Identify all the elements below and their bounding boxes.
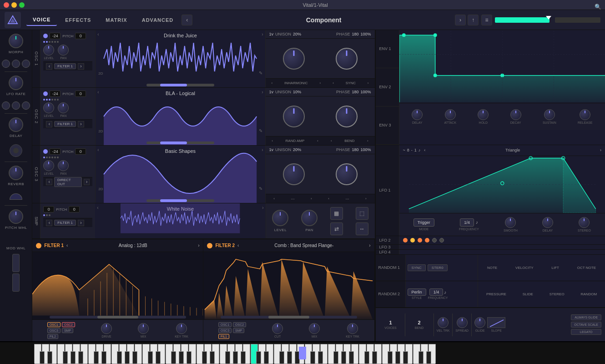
filter2-smp-btn[interactable]: SMP xyxy=(233,328,244,333)
lfo2-dot4[interactable] xyxy=(425,238,429,243)
osc2-enable[interactable] xyxy=(43,91,48,96)
osc1-level-knob[interactable] xyxy=(43,45,54,56)
filter1-keytrk-knob[interactable] xyxy=(176,323,187,334)
smp-filter[interactable]: FILTER 1 xyxy=(54,220,76,226)
filter2-osc3-btn[interactable]: OSC3 xyxy=(218,328,232,333)
lfo1-stereo-knob[interactable] xyxy=(579,217,590,228)
smp-fine[interactable]: 0 xyxy=(69,206,80,212)
piano-key-black-43[interactable] xyxy=(372,351,377,364)
piano-key-black-29[interactable] xyxy=(264,351,269,364)
piano-key-black-5[interactable] xyxy=(78,351,83,364)
glide-knob[interactable] xyxy=(474,317,485,328)
osc2-mode-prev[interactable]: ‹ xyxy=(272,139,273,143)
osc2-sync-next[interactable]: › xyxy=(367,139,368,143)
tab-voice[interactable]: VOICE xyxy=(26,14,57,26)
smp-filter-next[interactable]: › xyxy=(78,220,84,226)
osc3-mode-next[interactable]: › xyxy=(311,197,312,201)
piano-key-black-8[interactable] xyxy=(101,351,106,364)
osc2-sync-prev[interactable]: ‹ xyxy=(331,139,332,143)
piano-key-black-46[interactable] xyxy=(395,351,400,364)
reverb-knob[interactable] xyxy=(9,166,23,180)
filter1-osc3-btn[interactable]: OSC3 xyxy=(47,328,60,333)
filter2-scrollbar[interactable] xyxy=(221,316,357,318)
filter1-next[interactable]: › xyxy=(198,243,199,248)
lfo-rate-knob[interactable] xyxy=(9,76,23,90)
lfo1-delay-knob[interactable] xyxy=(542,217,553,228)
maximize-button[interactable] xyxy=(19,2,25,8)
random1-stereo-btn[interactable]: STER0 xyxy=(428,264,448,271)
tab-effects[interactable]: EFFECTS xyxy=(59,15,97,25)
pitch-whl-knob[interactable] xyxy=(9,209,23,224)
osc2-level-knob[interactable] xyxy=(43,102,54,113)
env-attack-knob[interactable] xyxy=(445,109,456,120)
filter2-prev[interactable]: ‹ xyxy=(237,243,239,248)
lfo1-arrow-next[interactable]: › xyxy=(600,148,601,152)
piano-key-black-19[interactable] xyxy=(187,351,192,364)
morph-icon-2[interactable] xyxy=(12,60,20,68)
env-hold-knob[interactable] xyxy=(478,109,489,120)
osc3-enable[interactable] xyxy=(43,149,48,154)
piano-key-black-50[interactable] xyxy=(426,351,431,364)
env-delay-knob[interactable] xyxy=(412,109,423,120)
osc1-filter-next[interactable]: › xyxy=(78,63,84,70)
filter2-mix-knob[interactable] xyxy=(309,323,320,334)
osc3-filter[interactable]: DIRECT OUT xyxy=(54,177,82,187)
filter2-fil1-btn[interactable]: FIL1 xyxy=(218,334,229,339)
tab-matrix[interactable]: MATRIX xyxy=(99,15,133,25)
osc3-edit-icon[interactable]: ✎ xyxy=(259,186,262,191)
piano-key-black-21[interactable] xyxy=(202,351,207,364)
osc3-filter-prev[interactable]: ‹ xyxy=(46,179,52,185)
osc1-fine[interactable]: 0 xyxy=(75,33,86,39)
piano-key-black-36[interactable] xyxy=(318,351,323,364)
osc3-scroll[interactable] xyxy=(146,199,214,202)
osc2-filter-next[interactable]: › xyxy=(78,121,84,127)
lfo2-dot1[interactable] xyxy=(403,238,408,243)
random1-sync-btn[interactable]: SYNC xyxy=(408,264,426,271)
osc1-phase-knob[interactable] xyxy=(336,48,358,70)
vel-trk-knob[interactable] xyxy=(438,317,449,328)
piano-key-black-14[interactable] xyxy=(148,351,153,364)
morph-knob[interactable] xyxy=(9,34,23,48)
filter2-osc1-btn[interactable]: OSC1 xyxy=(218,322,232,327)
piano-key-black-35[interactable] xyxy=(310,351,315,364)
filter1-smp-btn[interactable]: SMP xyxy=(62,328,73,333)
osc3-fine[interactable]: 0 xyxy=(75,148,86,155)
filter1-osc1-btn[interactable]: OSC1 xyxy=(47,322,60,327)
osc1-sync-next[interactable]: › xyxy=(368,81,369,85)
piano-key-black-25[interactable] xyxy=(233,351,238,364)
piano-key-black-17[interactable] xyxy=(171,351,176,364)
piano-key-black-45[interactable] xyxy=(388,351,393,364)
piano-key-black-26[interactable] xyxy=(241,351,246,364)
env-release-knob[interactable] xyxy=(580,109,590,120)
piano-key-black-0[interactable] xyxy=(40,351,45,364)
smp-pan-knob[interactable] xyxy=(301,210,318,226)
glide-opt-always[interactable]: ALWAYS GLIDE xyxy=(571,314,601,320)
osc3-phase-knob[interactable] xyxy=(336,163,358,185)
piano-key-black-32[interactable] xyxy=(287,351,292,364)
filter1-scrollbar[interactable] xyxy=(50,316,186,318)
piano-key-black-24[interactable] xyxy=(225,351,230,364)
lfo2-dot3[interactable] xyxy=(418,238,422,243)
glide-opt-legato[interactable]: LEGATO xyxy=(571,329,601,335)
morph-icon-1[interactable] xyxy=(2,60,10,68)
filter1-prev[interactable]: ‹ xyxy=(66,243,68,248)
filter2-next[interactable]: › xyxy=(369,243,370,248)
delay-extra-knob[interactable] xyxy=(10,144,22,157)
osc1-filter-prev[interactable]: ‹ xyxy=(46,63,52,70)
glide-opt-octave[interactable]: OCTAVE SCALE xyxy=(571,322,601,328)
nav-arrow-left[interactable]: ‹ xyxy=(182,15,192,25)
lfo1-freq-btn[interactable]: 1/4 xyxy=(460,218,474,227)
filter2-keytrk-knob[interactable] xyxy=(347,323,358,334)
osc2-main-knob[interactable] xyxy=(283,106,305,127)
piano-key-black-15[interactable] xyxy=(156,351,161,364)
piano-key-black-1[interactable] xyxy=(47,351,52,364)
filter1-mix-knob[interactable] xyxy=(138,323,149,334)
osc2-filter-prev[interactable]: ‹ xyxy=(46,121,52,127)
osc1-edit-icon[interactable]: ✎ xyxy=(259,71,262,76)
osc1-enable[interactable] xyxy=(43,34,48,38)
filter2-cut-knob[interactable] xyxy=(272,323,283,334)
osc3-main-knob[interactable] xyxy=(283,163,305,185)
random2-style-btn[interactable]: Perlin xyxy=(408,288,426,296)
spread-knob[interactable] xyxy=(457,317,468,328)
piano-key-black-22[interactable] xyxy=(210,351,215,364)
